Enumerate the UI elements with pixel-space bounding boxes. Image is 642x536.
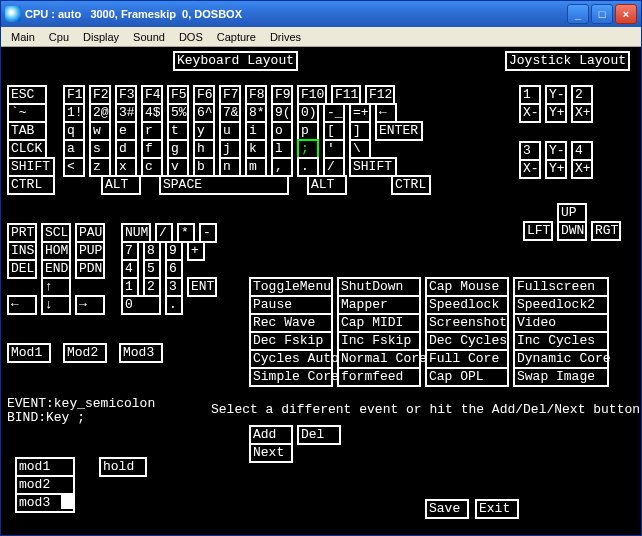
action-recwave[interactable]: Rec Wave: [249, 313, 333, 333]
menu-display[interactable]: Display: [77, 29, 125, 45]
menu-main[interactable]: Main: [5, 29, 41, 45]
mod2-button[interactable]: Mod2: [63, 343, 107, 363]
key-s[interactable]: s: [89, 139, 111, 159]
joy-xplus-a[interactable]: X+: [571, 103, 593, 123]
key-8[interactable]: 8*: [245, 103, 267, 123]
key-semicolon[interactable]: ;: [297, 139, 319, 159]
key-pageup[interactable]: PUP: [75, 241, 105, 261]
key-6[interactable]: 6^: [193, 103, 215, 123]
key-arrow-down[interactable]: ↓: [41, 295, 71, 315]
key-kp-plus[interactable]: +: [187, 241, 205, 261]
key-scrolllock[interactable]: SCL: [41, 223, 71, 243]
key-kp0[interactable]: 0: [121, 295, 161, 315]
key-arrow-up[interactable]: ↑: [41, 277, 71, 297]
key-kp6[interactable]: 6: [165, 259, 183, 279]
key-pagedown[interactable]: PDN: [75, 259, 105, 279]
key-lbracket[interactable]: [: [323, 121, 345, 141]
key-kp7[interactable]: 7: [121, 241, 139, 261]
key-right[interactable]: RGT: [591, 221, 621, 241]
mod3-button[interactable]: Mod3: [119, 343, 163, 363]
joy-xminus-a[interactable]: X-: [519, 103, 541, 123]
action-capopl[interactable]: Cap OPL: [425, 367, 509, 387]
key-4[interactable]: 4$: [141, 103, 163, 123]
joy-yplus-a[interactable]: Y+: [545, 103, 567, 123]
key-f9[interactable]: F9: [271, 85, 293, 105]
action-shutdown[interactable]: ShutDown: [337, 277, 421, 297]
joy-3[interactable]: 3: [519, 141, 541, 161]
key-kp5[interactable]: 5: [143, 259, 161, 279]
key-down[interactable]: DWN: [557, 221, 587, 241]
key-kp9[interactable]: 9: [165, 241, 183, 261]
action-capmidi[interactable]: Cap MIDI: [337, 313, 421, 333]
action-screenshot[interactable]: Screenshot: [425, 313, 509, 333]
key-up[interactable]: UP: [557, 203, 587, 223]
key-pause[interactable]: PAU: [75, 223, 105, 243]
menu-cpu[interactable]: Cpu: [43, 29, 75, 45]
key-f8[interactable]: F8: [245, 85, 267, 105]
joy-4[interactable]: 4: [571, 141, 593, 161]
key-grave[interactable]: `~: [7, 103, 47, 123]
key-minus[interactable]: -_: [323, 103, 345, 123]
key-0[interactable]: 0): [297, 103, 319, 123]
joy-2[interactable]: 2: [571, 85, 593, 105]
key-a[interactable]: a: [63, 139, 85, 159]
del-button[interactable]: Del: [297, 425, 341, 445]
joy-yminus-a[interactable]: Y-: [545, 85, 567, 105]
action-mapper[interactable]: Mapper: [337, 295, 421, 315]
action-video[interactable]: Video: [513, 313, 609, 333]
key-kp-minus[interactable]: -: [199, 223, 217, 243]
key-f6[interactable]: F6: [193, 85, 215, 105]
next-button[interactable]: Next: [249, 443, 293, 463]
key-i[interactable]: i: [245, 121, 267, 141]
key-f3[interactable]: F3: [115, 85, 137, 105]
key-w[interactable]: w: [89, 121, 111, 141]
key-delete[interactable]: DEL: [7, 259, 37, 279]
close-button[interactable]: ×: [615, 4, 637, 24]
key-m[interactable]: m: [245, 157, 267, 177]
key-n[interactable]: n: [219, 157, 241, 177]
action-fullscreen[interactable]: Fullscreen: [513, 277, 609, 297]
key-f2[interactable]: F2: [89, 85, 111, 105]
key-f1[interactable]: F1: [63, 85, 85, 105]
key-lalt[interactable]: ALT: [101, 175, 141, 195]
key-numlock[interactable]: NUM: [121, 223, 151, 243]
key-rshift[interactable]: SHIFT: [349, 157, 397, 177]
action-inccycles[interactable]: Inc Cycles: [513, 331, 609, 351]
key-z[interactable]: z: [89, 157, 111, 177]
key-printscreen[interactable]: PRT: [7, 223, 37, 243]
key-backspace[interactable]: ←: [375, 103, 397, 123]
key-esc[interactable]: ESC: [7, 85, 47, 105]
key-o[interactable]: o: [271, 121, 293, 141]
key-capslock[interactable]: CLCK: [7, 139, 47, 159]
mod1-toggle[interactable]: mod1: [15, 457, 75, 477]
key-kp1[interactable]: 1: [121, 277, 139, 297]
key-kp3[interactable]: 3: [165, 277, 183, 297]
key-rctrl[interactable]: CTRL: [391, 175, 431, 195]
key-y[interactable]: y: [193, 121, 215, 141]
action-fullcore[interactable]: Full Core: [425, 349, 509, 369]
mod2-toggle[interactable]: mod2: [15, 475, 75, 495]
key-kp-dot[interactable]: .: [165, 295, 183, 315]
key-r[interactable]: r: [141, 121, 163, 141]
key-arrow-right[interactable]: →: [75, 295, 105, 315]
key-q[interactable]: q: [63, 121, 85, 141]
key-home[interactable]: HOM: [41, 241, 71, 261]
action-togglemenu[interactable]: ToggleMenu: [249, 277, 333, 297]
action-capmouse[interactable]: Cap Mouse: [425, 277, 509, 297]
key-u[interactable]: u: [219, 121, 241, 141]
key-end[interactable]: END: [41, 259, 71, 279]
key-f11[interactable]: F11: [331, 85, 361, 105]
key-kp-enter[interactable]: ENT: [187, 277, 217, 297]
key-kp4[interactable]: 4: [121, 259, 139, 279]
key-x[interactable]: x: [115, 157, 137, 177]
joy-1[interactable]: 1: [519, 85, 541, 105]
key-comma[interactable]: ,: [271, 157, 293, 177]
key-j[interactable]: j: [219, 139, 241, 159]
key-p[interactable]: p: [297, 121, 319, 141]
key-t[interactable]: t: [167, 121, 189, 141]
key-lshift[interactable]: SHIFT: [7, 157, 55, 177]
action-speedlock[interactable]: Speedlock: [425, 295, 509, 315]
key-5[interactable]: 5%: [167, 103, 189, 123]
key-backslash[interactable]: \: [349, 139, 371, 159]
maximize-button[interactable]: □: [591, 4, 613, 24]
